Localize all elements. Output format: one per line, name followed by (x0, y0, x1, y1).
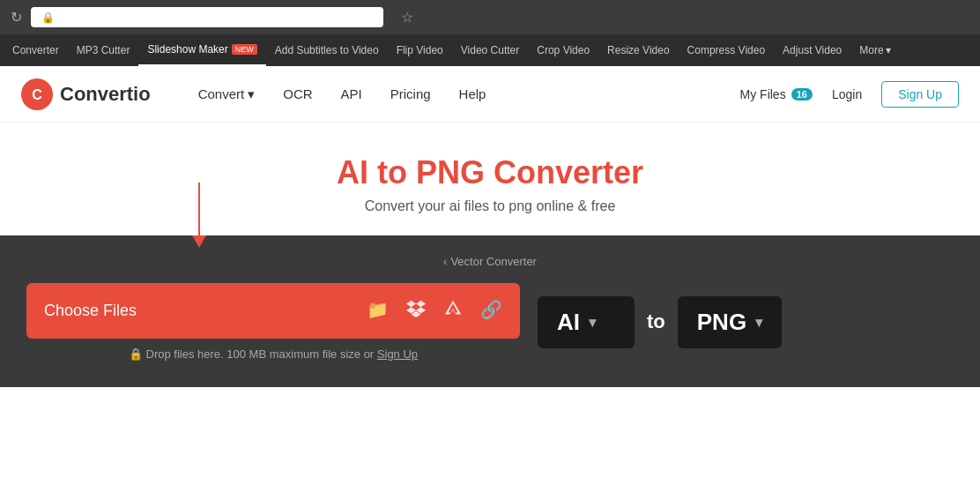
top-nav-item-adjust[interactable]: Adjust Video (774, 34, 850, 66)
logo-icon: C (21, 78, 53, 110)
format-selector: AI ▾ to PNG ▾ (538, 296, 782, 348)
top-nav-item-converter[interactable]: Converter (4, 34, 68, 66)
browser-back-button[interactable]: ↻ (11, 9, 22, 26)
arrow-head (192, 235, 206, 248)
vector-converter-link[interactable]: ‹ Vector Converter (26, 253, 954, 269)
gdrive-icon[interactable] (443, 299, 463, 323)
top-nav-item-crop[interactable]: Crop Video (528, 34, 598, 66)
browser-chrome: ↻ 🔒 convertio.co/ai-png/ ☆ (0, 0, 980, 34)
top-nav-item-cutter[interactable]: Video Cutter (452, 34, 529, 66)
file-upload-area: Choose Files 📁 🔗 (26, 283, 520, 361)
my-files-button[interactable]: My Files 16 (740, 87, 813, 101)
browser-address-bar: 🔒 convertio.co/ai-png/ (31, 7, 383, 27)
choose-files-label: Choose Files (44, 302, 137, 320)
top-nav-item-resize[interactable]: Resize Video (598, 34, 679, 66)
lock-icon: 🔒 (41, 11, 55, 24)
format-to-label: to (647, 310, 665, 333)
drop-info: 🔒 Drop files here. 100 MB maximum file s… (26, 347, 520, 361)
nav-item-help[interactable]: Help (447, 81, 499, 107)
top-nav-item-flip[interactable]: Flip Video (388, 34, 452, 66)
header-actions: My Files 16 Login Sign Up (740, 81, 959, 108)
chevron-down-icon: ▾ (248, 86, 255, 102)
top-navigation: Converter MP3 Cutter Slideshow Maker NEW… (0, 34, 980, 66)
arrow-line (198, 183, 200, 235)
link-icon[interactable]: 🔗 (480, 299, 502, 323)
arrow-indicator (192, 183, 206, 248)
logo-text: Convertio (60, 83, 151, 106)
signup-button[interactable]: Sign Up (881, 81, 959, 108)
logo-area[interactable]: C Convertio (21, 78, 151, 110)
url-input[interactable]: convertio.co/ai-png/ (60, 11, 373, 24)
nav-item-convert[interactable]: Convert ▾ (186, 81, 268, 108)
top-nav-item-mp3cutter[interactable]: MP3 Cutter (68, 34, 139, 66)
to-format-button[interactable]: PNG ▾ (678, 296, 782, 348)
files-count-badge: 16 (791, 88, 813, 101)
to-format-chevron: ▾ (755, 314, 762, 331)
folder-icon[interactable]: 📁 (367, 299, 389, 323)
nav-item-ocr[interactable]: OCR (271, 81, 324, 107)
main-nav: Convert ▾ OCR API Pricing Help (186, 81, 740, 108)
upload-icons: 📁 🔗 (367, 299, 502, 323)
chevron-left-icon: ‹ (443, 255, 447, 268)
top-nav-item-slideshow[interactable]: Slideshow Maker NEW (138, 34, 265, 66)
top-nav-item-subtitles[interactable]: Add Subtitles to Video (266, 34, 388, 66)
hero-section: AI to PNG Converter Convert your ai file… (0, 123, 980, 235)
bookmark-icon[interactable]: ☆ (401, 9, 413, 26)
nav-item-pricing[interactable]: Pricing (378, 81, 443, 107)
vector-converter-anchor[interactable]: ‹ Vector Converter (443, 255, 537, 268)
login-button[interactable]: Login (823, 82, 871, 107)
drop-signup-link[interactable]: Sign Up (377, 347, 418, 361)
converter-section: ‹ Vector Converter Choose Files 📁 (0, 235, 980, 387)
to-format-label: PNG (697, 309, 746, 336)
converter-controls: Choose Files 📁 🔗 (26, 283, 954, 361)
main-header: C Convertio Convert ▾ OCR API Pricing He… (0, 66, 980, 123)
from-format-label: AI (557, 309, 580, 336)
hero-title: AI to PNG Converter (18, 154, 962, 191)
from-format-button[interactable]: AI ▾ (538, 296, 635, 348)
choose-files-button[interactable]: Choose Files 📁 🔗 (26, 283, 520, 339)
svg-text:C: C (32, 87, 42, 102)
from-format-chevron: ▾ (589, 314, 596, 331)
top-nav-more-button[interactable]: More ▾ (850, 44, 899, 56)
dropbox-icon[interactable] (406, 299, 426, 323)
lock-small-icon: 🔒 (129, 347, 143, 361)
new-badge: NEW (232, 44, 257, 55)
nav-item-api[interactable]: API (329, 81, 375, 107)
top-nav-item-compress[interactable]: Compress Video (679, 34, 775, 66)
chevron-down-icon: ▾ (886, 44, 891, 56)
hero-subtitle: Convert your ai files to png online & fr… (18, 198, 962, 214)
